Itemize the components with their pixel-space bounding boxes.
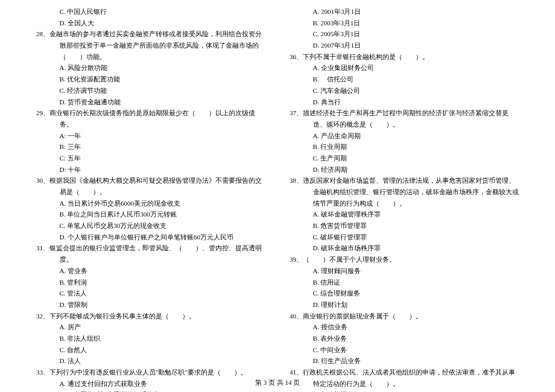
question-31-stem: 31、银监会提出的银行业监管理念，即管风险、（ ）、管内控、提高透明度。	[36, 242, 265, 265]
option: B. 信用证	[290, 277, 519, 288]
option: D. 货币资金融通功能	[36, 96, 265, 108]
question-33-stem: 33、下列行为中没有违反银行业从业人员"勤勉尽职"要求的是（ ）。	[36, 367, 265, 378]
question-38-stem: 38、违反国家对金融市场监督、管理的法律法规，从事危害国家对货币管理、金融机构组…	[290, 175, 519, 209]
question-28-stem: 28、金融市场的参与者通过买卖金融资产转移或者接受风险，利用组合投资分散那些投资…	[36, 28, 265, 62]
option: A: 一年	[36, 130, 265, 142]
option: B. 行业周期	[290, 141, 519, 153]
option: A. 管业务	[36, 265, 265, 277]
option: C. 汽车金融公司	[290, 85, 519, 96]
option: B. 信托公司	[290, 74, 519, 85]
option: C: 五年	[36, 153, 265, 164]
option: A. 理财顾问服务	[290, 265, 519, 277]
option: D. 2007年3月1日	[290, 40, 519, 51]
question-32-stem: 32、下列不能够成为银行业务民事主体的是（ ）。	[36, 311, 265, 322]
option: C. 破坏银行管理罪	[290, 232, 519, 243]
question-30-stem: 30、根据我国《金融机构大额交易和可疑交易报告管理办法》不需要报告的交易是（ ）…	[36, 175, 265, 197]
option: D. 破坏金融市场秩序罪	[290, 242, 519, 254]
question-39-stem: 39、（ ）不属于个人理财业务。	[290, 254, 519, 265]
option: B. 优化资源配置功能	[36, 74, 265, 85]
option: A. 行政许可	[290, 389, 519, 392]
option: C. 中间业务	[290, 344, 519, 356]
option: D. 管限制	[36, 299, 265, 311]
option: A. 授信业务	[290, 321, 519, 333]
question-36-stem: 36、下列不属于非银行金融机构的是（ ）。	[290, 51, 519, 63]
option: B. 危害货币管理罪	[290, 220, 519, 232]
option: D. 法人	[36, 355, 265, 367]
question-29-stem: 29、商业银行的长期次级债务指的是原始期限最少在（ ）以上的次级债务。	[36, 107, 265, 130]
option: A. 通过支付回扣方式获取业务	[36, 378, 265, 390]
option: D: 十年	[36, 164, 265, 175]
option: B. 表外业务	[290, 333, 519, 344]
option: D. 理财计划	[290, 299, 519, 311]
question-41-stem: 41、行政机关根据公民、法人或者其他组织的申请，经依法审查，准予其从事特定活动的…	[290, 367, 519, 389]
option: D. 衍生产品业务	[290, 355, 519, 367]
option: B. 2003年3月1日	[290, 17, 519, 29]
option: C. 生产周期	[290, 153, 519, 164]
option: C. 自然人	[36, 344, 265, 356]
right-column: A. 2001年3月1日 B. 2003年3月1日 C. 2005年3月1日 D…	[278, 6, 531, 374]
option: B. 单位之间当日累计人民币300万元转账	[36, 209, 265, 220]
option: C. 经济调节功能	[36, 85, 265, 96]
page-body: C. 中国人民银行 D. 全国人大 28、金融市场的参与者通过买卖金融资产转移或…	[0, 0, 555, 374]
option: D. 全国人大	[36, 17, 265, 29]
option: C. 管法人	[36, 288, 265, 299]
option: D. 经济周期	[290, 164, 519, 175]
option: B. 在工作时间上网浏览娱乐信息	[36, 389, 265, 392]
question-40-stem: 40、商业银行的票据贴现业务属于（ ）。	[290, 311, 519, 322]
left-column: C. 中国人民银行 D. 全国人大 28、金融市场的参与者通过买卖金融资产转移或…	[24, 6, 278, 374]
option: A. 产品生命周期	[290, 130, 519, 142]
option: C. 综合理财服务	[290, 288, 519, 299]
option: A. 2001年3月1日	[290, 6, 519, 17]
question-37-stem: 37、描述经济处于生产和再生产过程中周期性的经济扩张与经济紧缩交替更迭、循环的概…	[290, 107, 519, 130]
option: A. 风险分散功能	[36, 62, 265, 74]
option: D. 个人银行账户与单位银行账户之间单笔转账60万元人民币	[36, 232, 265, 243]
option: A. 企业集团财务公司	[290, 62, 519, 74]
option: C. 单笔人民币交易30万元的现金收支	[36, 220, 265, 232]
option: A. 当日累计外币交易6000美元的现金收支	[36, 198, 265, 209]
option: B: 三年	[36, 141, 265, 153]
option: B. 管利润	[36, 277, 265, 288]
option: A. 房产	[36, 321, 265, 333]
option: C. 中国人民银行	[36, 6, 265, 17]
option: A. 破坏金融管理秩序罪	[290, 209, 519, 220]
option: D. 典当行	[290, 96, 519, 108]
option: C. 2005年3月1日	[290, 28, 519, 40]
option: B. 非法人组织	[36, 333, 265, 344]
